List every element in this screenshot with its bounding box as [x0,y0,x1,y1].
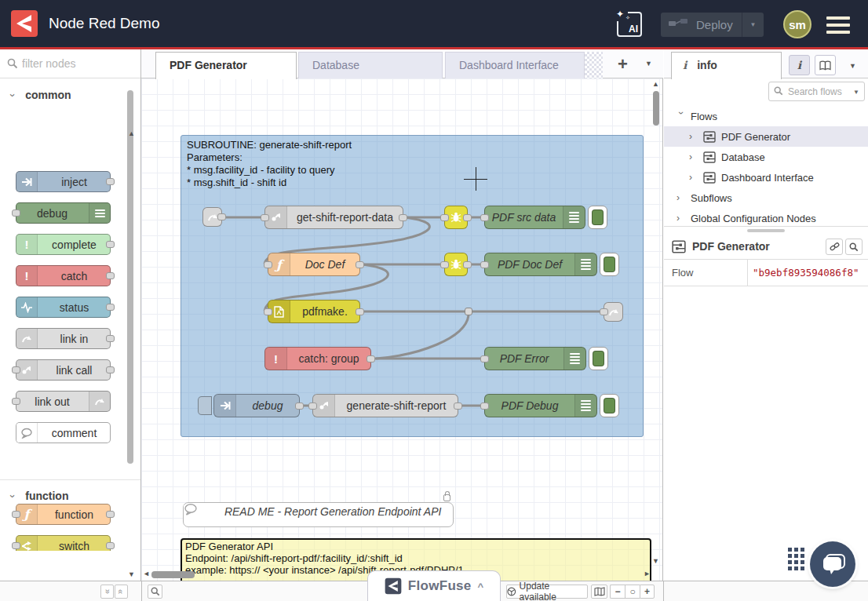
copy-link-button[interactable] [826,239,843,255]
palette-node-catch[interactable]: ! catch [16,265,111,286]
palette-node-link-out[interactable]: link out [16,391,111,412]
chat-button[interactable] [810,541,855,587]
palette-node-function[interactable]: ƒ function [16,504,111,525]
zoom-in-button[interactable]: + [640,585,655,599]
tree-item-pdf-generator[interactable]: › PDF Generator [664,126,868,147]
flow-node-catch-group[interactable]: ! catch: group [264,347,371,370]
debug-toggle-button[interactable] [600,394,619,417]
node-port[interactable] [264,308,272,315]
node-port [106,542,115,549]
flow-node-debug-bug-2[interactable] [444,253,468,276]
inject-button[interactable] [198,396,212,415]
node-port[interactable] [440,214,449,221]
palette-node-complete[interactable]: ! complete [16,234,111,255]
deploy-button[interactable]: Deploy ▼ [661,13,764,37]
flowfuse-panel-button[interactable]: FlowFuse ^ [367,570,501,601]
sidebar-splitter[interactable] [664,226,868,234]
palette-scrollbar[interactable] [127,90,133,464]
update-available-button[interactable]: Update available [506,585,588,599]
add-flow-button[interactable]: + [618,54,628,75]
node-port[interactable] [454,402,462,410]
tree-item-subflows[interactable]: › Subflows [664,188,868,208]
search-canvas-button[interactable] [148,585,162,599]
node-port[interactable] [295,402,304,410]
sidebar-options-caret[interactable]: ▼ [849,62,856,70]
debug-toggle-button[interactable] [589,347,608,370]
zoom-reset-button[interactable]: ○ [625,585,640,599]
flow-node-comment-readme[interactable]: READ ME - Report Generation Endpoint API [183,502,454,527]
ai-assistant-icon[interactable]: ✦ ✧ AI [617,12,642,37]
tree-item-database[interactable]: › Database [664,147,868,167]
tab-dashboard-interface[interactable]: Dashboard Interface [445,52,585,79]
node-port[interactable] [463,261,472,268]
palette-node-status[interactable]: status [16,297,111,318]
tree-item-dashboard-interface[interactable]: › Dashboard Interface [664,167,868,188]
node-port[interactable] [356,261,364,268]
search-flow-button[interactable] [845,239,863,255]
tree-item-flows[interactable]: › Flows [664,106,868,126]
node-port[interactable] [308,402,317,410]
flow-node-pdf-src-data[interactable]: PDF src data [484,206,585,229]
palette-expand-all-button[interactable]: « [115,585,128,599]
flow-node-generate-shift-report[interactable]: generate-shift-report [312,394,458,417]
node-port[interactable] [600,308,608,315]
deploy-options-caret[interactable]: ▼ [742,13,764,37]
palette-category-function[interactable]: › function [0,480,140,505]
palette-node-switch[interactable]: switch [16,535,111,551]
flow-node-debug-bug-1[interactable] [444,206,468,229]
scroll-down-arrow[interactable]: ▼ [128,570,135,578]
flow-node-pdfmake[interactable]: pdfmake. [268,300,360,323]
scroll-up-arrow[interactable]: ▲ [128,129,135,137]
canvas-vscrollbar[interactable] [653,91,659,126]
node-port[interactable] [399,214,407,221]
debug-toggle-button[interactable] [588,206,607,229]
palette-node-debug[interactable]: debug [16,202,111,224]
node-port[interactable] [356,308,364,315]
flow-node-doc-def[interactable]: ƒ Doc Def [268,253,360,276]
zoom-out-button[interactable]: − [610,585,625,599]
palette-collapse-all-button[interactable]: « [100,585,114,599]
tab-database[interactable]: Database [298,52,443,79]
node-port[interactable] [367,355,375,362]
flow-node-pdf-doc-def[interactable]: PDF Doc Def [484,253,597,276]
node-port[interactable] [480,355,489,362]
navigator-button[interactable] [591,585,607,599]
help-tab-button[interactable] [815,55,836,75]
search-icon [151,587,160,596]
node-port[interactable] [480,214,489,221]
node-port[interactable] [463,214,472,221]
node-port[interactable] [480,402,489,410]
flow-node-link-in[interactable] [202,207,222,227]
palette-node-comment[interactable]: comment [16,422,111,443]
flow-node-pdf-debug[interactable]: PDF Debug [484,394,597,417]
node-port[interactable] [261,214,269,221]
filter-nodes-input[interactable] [0,49,140,78]
sidebar-tab-info[interactable]: i info [671,52,782,79]
search-options-caret[interactable]: ▼ [853,89,859,96]
node-port[interactable] [264,261,272,268]
menu-bar [826,16,850,20]
flow-node-inject-debug[interactable]: debug [213,394,300,417]
wire-junction[interactable] [465,308,472,315]
tab-pdf-generator[interactable]: PDF Generator [155,52,297,79]
node-port[interactable] [480,261,489,268]
debug-toggle-button[interactable] [600,253,619,276]
search-flows-input[interactable] [788,83,851,100]
node-port[interactable] [217,213,226,220]
palette-node-link-in[interactable]: link in [16,328,111,349]
palette-category-common[interactable]: › common [0,79,140,104]
tab-list-caret[interactable]: ▼ [645,60,652,67]
main-menu-icon[interactable] [826,16,850,34]
node-port[interactable] [440,261,449,268]
widget-drag-handle[interactable] [788,548,804,572]
palette-node-link-call[interactable]: link call [16,359,111,381]
flow-node-pdf-error[interactable]: PDF Error [484,347,586,370]
flow-canvas[interactable]: SUBROUTINE: generate-shift-report Parame… [141,78,663,581]
wire[interactable] [376,315,469,359]
flow-node-get-shift-report-data[interactable]: get-shift-report-data [264,206,403,229]
flow-node-link-out[interactable] [604,302,623,322]
user-avatar[interactable]: sm [783,10,811,38]
canvas-hscrollbar[interactable] [151,571,195,578]
palette-node-inject[interactable]: inject [16,171,111,192]
info-tab-button[interactable]: i [789,55,810,75]
